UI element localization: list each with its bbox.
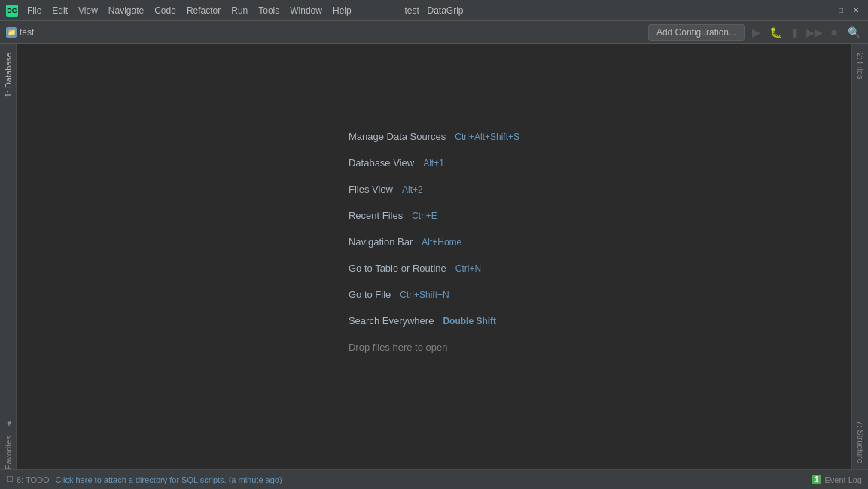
database-view-label: Database View — [349, 157, 414, 169]
recent-files-shortcut: Ctrl+E — [412, 211, 437, 221]
toolbar: 📁 test Add Configuration... ▶ 🐛 ▮ ▶▶ ■ 🔍 — [0, 21, 868, 44]
minimize-button[interactable]: — — [820, 5, 832, 17]
event-log-label: Event Log — [824, 475, 862, 484]
menu-file[interactable]: File — [23, 4, 46, 17]
add-configuration-button[interactable]: Add Configuration... — [648, 24, 745, 41]
menu-item-go-to-table[interactable]: Go to Table or Routine Ctrl+N — [349, 263, 519, 274]
todo-checkbox-icon: ☐ — [6, 475, 14, 484]
menu-item-database-view[interactable]: Database View Alt+1 — [349, 157, 519, 169]
menu-code[interactable]: Code — [150, 4, 181, 17]
stop-button: ■ — [826, 24, 842, 41]
todo-label: 6: TODO — [17, 475, 50, 484]
status-bar: ☐ 6: TODO Click here to attach a directo… — [0, 469, 868, 489]
run-button: ▶ — [748, 24, 764, 41]
menu-item-search-everywhere[interactable]: Search Everywhere Double Shift — [349, 315, 519, 327]
navigation-bar-label: Navigation Bar — [349, 236, 413, 248]
go-to-table-shortcut: Ctrl+N — [455, 263, 481, 274]
app-icon: DG — [6, 5, 18, 17]
window-controls: — □ ✕ — [820, 5, 862, 17]
search-everywhere-label: Search Everywhere — [349, 315, 434, 327]
menu-item-recent-files[interactable]: Recent Files Ctrl+E — [349, 210, 519, 221]
menu-help[interactable]: Help — [328, 4, 356, 17]
debug-button: 🐛 — [767, 24, 784, 41]
menu-view[interactable]: View — [74, 4, 102, 17]
menu-item-go-to-file[interactable]: Go to File Ctrl+Shift+N — [349, 289, 519, 300]
database-view-shortcut: Alt+1 — [423, 158, 444, 169]
search-everywhere-button[interactable]: 🔍 — [845, 24, 862, 41]
content-area: Manage Data Sources Ctrl+Alt+Shift+S Dat… — [17, 44, 851, 469]
profile-button: ▶▶ — [806, 24, 823, 41]
go-to-file-label: Go to File — [349, 289, 391, 300]
sidebar-tab-favorites[interactable]: ★ — [2, 412, 14, 434]
project-icon: 📁 — [6, 27, 17, 38]
search-everywhere-shortcut: Double Shift — [443, 316, 496, 327]
close-button[interactable]: ✕ — [850, 5, 862, 17]
go-to-table-label: Go to Table or Routine — [349, 263, 446, 274]
menu-refactor[interactable]: Refactor — [182, 4, 225, 17]
right-tab-files[interactable]: 2: Files — [854, 47, 866, 85]
menu-item-manage-data-sources[interactable]: Manage Data Sources Ctrl+Alt+Shift+S — [349, 131, 519, 142]
menu-item-navigation-bar[interactable]: Navigation Bar Alt+Home — [349, 236, 519, 248]
menu-edit[interactable]: Edit — [47, 4, 72, 17]
left-sidebar: 1: Database ★ Favorites — [0, 44, 17, 469]
recent-files-label: Recent Files — [349, 210, 403, 221]
menu-navigate[interactable]: Navigate — [104, 4, 148, 17]
files-view-label: Files View — [349, 184, 393, 195]
content-menu: Manage Data Sources Ctrl+Alt+Shift+S Dat… — [349, 131, 519, 353]
menu-window[interactable]: Window — [285, 4, 327, 17]
sidebar-tab-database[interactable]: 1: Database — [2, 47, 14, 103]
maximize-button[interactable]: □ — [835, 5, 847, 17]
go-to-file-shortcut: Ctrl+Shift+N — [400, 290, 449, 300]
project-name: test — [20, 27, 34, 38]
drop-files-label: Drop files here to open — [349, 342, 448, 353]
coverage-button: ▮ — [787, 24, 803, 41]
title-bar-left: DG File Edit View Navigate Code Refactor… — [6, 4, 356, 17]
menu-run[interactable]: Run — [227, 4, 252, 17]
event-log-badge: 1 — [812, 475, 822, 484]
main-layout: 1: Database ★ Favorites Manage Data Sour… — [0, 44, 868, 469]
title-bar: DG File Edit View Navigate Code Refactor… — [0, 0, 868, 21]
menu-bar: File Edit View Navigate Code Refactor Ru… — [23, 4, 356, 17]
right-sidebar: 2: Files 7: Structure — [851, 44, 868, 469]
drop-files-item: Drop files here to open — [349, 342, 519, 353]
menu-item-files-view[interactable]: Files View Alt+2 — [349, 184, 519, 195]
right-tab-structure[interactable]: 7: Structure — [854, 415, 866, 469]
window-title: test - DataGrip — [404, 5, 463, 16]
event-log-button[interactable]: 1 Event Log — [812, 475, 862, 484]
sidebar-favorites-label[interactable]: Favorites — [4, 436, 13, 469]
files-view-shortcut: Alt+2 — [402, 184, 423, 195]
navigation-bar-shortcut: Alt+Home — [422, 237, 461, 248]
status-message[interactable]: Click here to attach a directory for SQL… — [50, 475, 812, 484]
project-label: 📁 test — [6, 27, 34, 38]
menu-tools[interactable]: Tools — [254, 4, 284, 17]
manage-data-sources-label: Manage Data Sources — [349, 131, 446, 142]
manage-data-sources-shortcut: Ctrl+Alt+Shift+S — [455, 132, 519, 142]
todo-button[interactable]: ☐ 6: TODO — [6, 475, 50, 484]
